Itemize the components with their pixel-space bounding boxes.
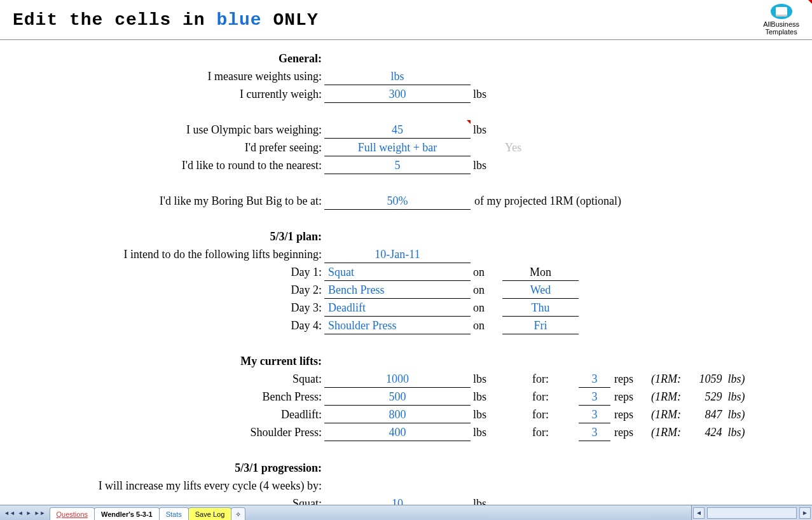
input-day2-lift[interactable]: Bench Press <box>324 280 471 298</box>
logo-text-2: Templates <box>763 28 799 36</box>
label-bbb: I'd like my Boring But Big to be at: <box>13 191 324 209</box>
label-measure: I measure weights using: <box>13 67 324 85</box>
title-post: ONLY <box>262 10 319 30</box>
new-sheet-icon[interactable]: ✧ <box>231 507 245 520</box>
form-table: General: I measure weights using: lbs I … <box>13 49 747 512</box>
next-sheet-icon[interactable]: ► <box>25 510 33 516</box>
input-begin-date[interactable]: 10-Jan-11 <box>324 245 471 263</box>
tab-questions[interactable]: Questions <box>50 507 95 520</box>
title-blue-word: blue <box>216 10 261 30</box>
page-title: Edit the cells in blue ONLY <box>13 10 319 30</box>
label-squat: Squat: <box>13 369 324 387</box>
tab-stats[interactable]: Stats <box>159 507 189 520</box>
onerm-squat: (1RM: 1059 lbs) <box>636 369 747 387</box>
input-ohp-weight[interactable]: 400 <box>324 423 471 441</box>
unit-weigh: lbs <box>471 85 502 102</box>
for-dead: for: <box>502 405 579 423</box>
input-day3-day[interactable]: Thu <box>502 298 579 316</box>
label-bench: Bench Press: <box>13 387 324 405</box>
title-bar: Edit the cells in blue ONLY AllBusiness … <box>0 0 812 40</box>
for-ohp: for: <box>502 423 579 441</box>
reps-dead: reps <box>610 405 636 423</box>
input-day4-day[interactable]: Fri <box>502 316 579 334</box>
onerm-ohp: (1RM: 424 lbs) <box>636 423 747 441</box>
label-deadlift: Deadlift: <box>13 405 324 423</box>
label-day4: Day 4: <box>13 316 324 334</box>
on-3: on <box>471 298 502 316</box>
tab-save-log[interactable]: Save Log <box>188 507 231 520</box>
onerm-dead: (1RM: 847 lbs) <box>636 405 747 423</box>
section-header-progression: 5/3/1 progression: <box>13 458 324 476</box>
input-day3-lift[interactable]: Deadlift <box>324 298 471 316</box>
section-header-general: General: <box>13 49 324 67</box>
input-day4-lift[interactable]: Shoulder Press <box>324 316 471 334</box>
input-ohp-reps[interactable]: 3 <box>579 423 610 441</box>
sheet-tab-strip: ◄◄ ◄ ► ►► Questions Wendler's 5-3-1 Stat… <box>0 505 812 520</box>
tab-wendler[interactable]: Wendler's 5-3-1 <box>94 507 160 520</box>
logo-text-1: AllBusiness <box>763 20 799 28</box>
worksheet: General: I measure weights using: lbs I … <box>0 40 812 512</box>
cell-day1-day: Mon <box>502 263 579 280</box>
unit-bar: lbs <box>471 120 502 138</box>
reps-squat: reps <box>610 369 636 387</box>
monitor-icon <box>771 4 792 19</box>
label-bar: I use Olympic bars weighing: <box>13 120 324 138</box>
input-day1-lift[interactable]: Squat <box>324 263 471 280</box>
suffix-bbb: of my projected 1RM (optional) <box>471 191 747 209</box>
unit-bench: lbs <box>471 387 502 405</box>
reps-ohp: reps <box>610 423 636 441</box>
input-squat-weight[interactable]: 1000 <box>324 369 471 387</box>
label-day1: Day 1: <box>13 263 324 280</box>
unit-squat: lbs <box>471 369 502 387</box>
label-progression: I will increase my lifts every cycle (4 … <box>13 476 324 494</box>
section-header-current: My current lifts: <box>13 352 324 369</box>
hint-yes: Yes <box>502 138 579 156</box>
horizontal-scrollbar[interactable]: ◄ ► <box>691 505 812 520</box>
unit-round: lbs <box>471 156 502 174</box>
input-prefer-display[interactable]: Full weight + bar <box>324 138 471 156</box>
input-bbb-percent[interactable]: 50% <box>324 191 471 209</box>
label-round: I'd like to round to the nearest: <box>13 156 324 174</box>
for-bench: for: <box>502 387 579 405</box>
scroll-track[interactable] <box>707 507 797 519</box>
input-measure-unit[interactable]: lbs <box>324 67 471 85</box>
label-ohp: Shoulder Press: <box>13 423 324 441</box>
first-sheet-icon[interactable]: ◄◄ <box>3 510 17 516</box>
label-day3: Day 3: <box>13 298 324 316</box>
unit-ohp: lbs <box>471 423 502 441</box>
input-deadlift-weight[interactable]: 800 <box>324 405 471 423</box>
input-bench-reps[interactable]: 3 <box>579 387 610 405</box>
on-4: on <box>471 316 502 334</box>
input-round[interactable]: 5 <box>324 156 471 174</box>
for-squat: for: <box>502 369 579 387</box>
last-sheet-icon[interactable]: ►► <box>33 510 47 516</box>
label-begin: I intend to do the following lifts begin… <box>13 245 324 263</box>
input-squat-reps[interactable]: 3 <box>579 369 610 387</box>
title-pre: Edit the cells in <box>13 10 216 30</box>
scroll-right-icon[interactable]: ► <box>799 507 811 519</box>
section-header-plan: 5/3/1 plan: <box>13 227 324 245</box>
reps-bench: reps <box>610 387 636 405</box>
scroll-left-icon[interactable]: ◄ <box>693 507 705 519</box>
input-day2-day[interactable]: Wed <box>502 280 579 298</box>
input-body-weight[interactable]: 300 <box>324 85 471 102</box>
onerm-bench: (1RM: 529 lbs) <box>636 387 747 405</box>
label-prefer: I'd prefer seeing: <box>13 138 324 156</box>
brand-logo: AllBusiness Templates <box>763 4 799 36</box>
on-1: on <box>471 263 502 280</box>
prev-sheet-icon[interactable]: ◄ <box>17 510 25 516</box>
on-2: on <box>471 280 502 298</box>
input-deadlift-reps[interactable]: 3 <box>579 405 610 423</box>
label-day2: Day 2: <box>13 280 324 298</box>
input-bar-weight[interactable]: 45 <box>324 120 471 138</box>
input-bench-weight[interactable]: 500 <box>324 387 471 405</box>
unit-dead: lbs <box>471 405 502 423</box>
label-weigh: I currently weigh: <box>13 85 324 102</box>
tab-nav: ◄◄ ◄ ► ►► <box>0 505 50 520</box>
